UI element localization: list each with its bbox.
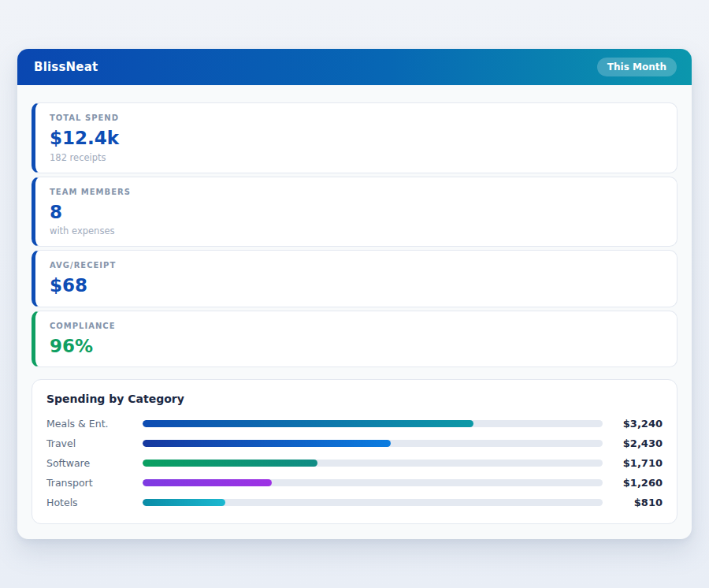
chart-row: Meals & Ent. $3,240 — [46, 414, 663, 434]
chart-card: Spending by Category Meals & Ent. $3,240… — [32, 379, 677, 524]
stat-label: COMPLIANCE — [50, 322, 663, 330]
chart-row: Travel $2,430 — [46, 434, 663, 453]
bar-track — [143, 440, 603, 447]
chart-row: Hotels $810 — [46, 493, 663, 512]
stat-label: TEAM MEMBERS — [50, 188, 663, 196]
bar-fill — [143, 440, 391, 447]
bar-fill — [143, 479, 272, 486]
stat-value: $68 — [50, 275, 663, 297]
stat-card-total-spend: TOTAL SPEND $12.4k 182 receipts — [32, 102, 677, 173]
bar-fill — [143, 499, 225, 506]
period-badge[interactable]: This Month — [597, 58, 677, 76]
bar-track — [143, 499, 603, 506]
bar-track — [143, 420, 603, 427]
stat-card-compliance: COMPLIANCE 96% — [32, 311, 677, 368]
value-label: $1,260 — [603, 477, 663, 489]
app-title: BlissNeat — [34, 60, 98, 74]
category-label: Hotels — [46, 497, 143, 508]
stat-value: $12.4k — [50, 128, 663, 150]
bar-track — [143, 460, 603, 467]
value-label: $2,430 — [603, 437, 663, 449]
category-label: Transport — [46, 477, 143, 489]
chart-title: Spending by Category — [46, 393, 663, 405]
value-label: $1,710 — [603, 457, 663, 469]
value-label: $810 — [603, 497, 663, 508]
stat-card-team-members: TEAM MEMBERS 8 with expenses — [32, 177, 677, 247]
bar-track — [143, 479, 603, 486]
bar-fill — [143, 460, 317, 467]
stat-label: TOTAL SPEND — [50, 114, 663, 122]
category-label: Meals & Ent. — [46, 418, 143, 430]
value-label: $3,240 — [603, 418, 663, 430]
app-container: BlissNeat This Month TOTAL SPEND $12.4k … — [17, 49, 692, 539]
stat-subtext: 182 receipts — [50, 152, 663, 163]
stat-value: 8 — [50, 202, 663, 224]
stat-label: AVG/RECEIPT — [50, 261, 663, 270]
chart-row: Software $1,710 — [46, 453, 663, 473]
app-header: BlissNeat This Month — [17, 49, 692, 85]
category-label: Software — [46, 457, 143, 469]
main-content: TOTAL SPEND $12.4k 182 receipts TEAM MEM… — [17, 85, 692, 540]
stat-subtext: with expenses — [50, 225, 663, 236]
bar-fill — [143, 420, 473, 427]
stat-card-avg-receipt: AVG/RECEIPT $68 — [32, 250, 677, 307]
stat-value: 96% — [50, 336, 663, 358]
chart-row: Transport $1,260 — [46, 473, 663, 493]
category-label: Travel — [46, 437, 143, 449]
